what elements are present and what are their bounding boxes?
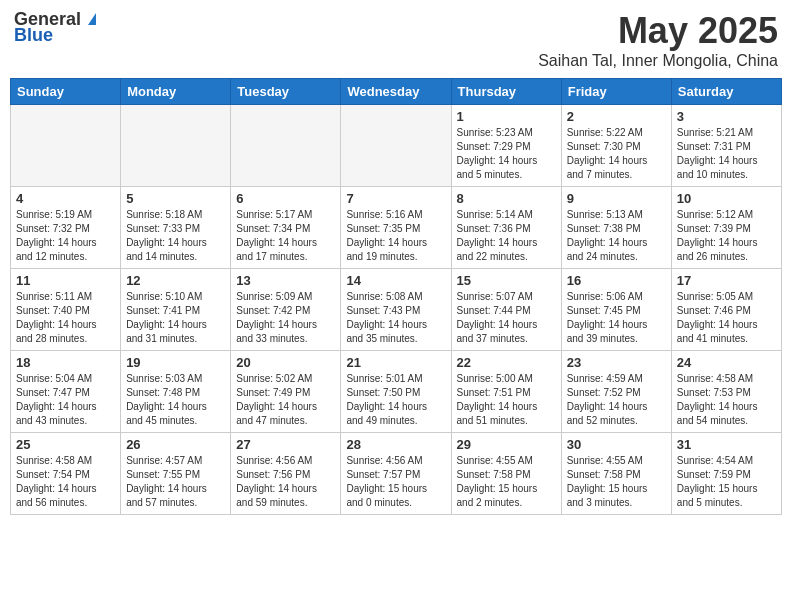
week-row-2: 11Sunrise: 5:11 AM Sunset: 7:40 PM Dayli… [11,269,782,351]
calendar-cell: 22Sunrise: 5:00 AM Sunset: 7:51 PM Dayli… [451,351,561,433]
calendar-cell: 27Sunrise: 4:56 AM Sunset: 7:56 PM Dayli… [231,433,341,515]
day-number: 26 [126,437,225,452]
calendar-cell [231,105,341,187]
day-info: Sunrise: 5:13 AM Sunset: 7:38 PM Dayligh… [567,208,666,264]
title-area: May 2025 Saihan Tal, Inner Mongolia, Chi… [538,10,778,70]
calendar-table: SundayMondayTuesdayWednesdayThursdayFrid… [10,78,782,515]
day-info: Sunrise: 5:19 AM Sunset: 7:32 PM Dayligh… [16,208,115,264]
day-number: 9 [567,191,666,206]
calendar-cell [341,105,451,187]
weekday-header-row: SundayMondayTuesdayWednesdayThursdayFrid… [11,79,782,105]
calendar-cell: 8Sunrise: 5:14 AM Sunset: 7:36 PM Daylig… [451,187,561,269]
day-number: 10 [677,191,776,206]
day-info: Sunrise: 5:00 AM Sunset: 7:51 PM Dayligh… [457,372,556,428]
calendar-cell: 28Sunrise: 4:56 AM Sunset: 7:57 PM Dayli… [341,433,451,515]
weekday-header-sunday: Sunday [11,79,121,105]
day-info: Sunrise: 5:03 AM Sunset: 7:48 PM Dayligh… [126,372,225,428]
calendar-cell: 26Sunrise: 4:57 AM Sunset: 7:55 PM Dayli… [121,433,231,515]
calendar-cell: 14Sunrise: 5:08 AM Sunset: 7:43 PM Dayli… [341,269,451,351]
calendar-cell [121,105,231,187]
calendar-cell: 5Sunrise: 5:18 AM Sunset: 7:33 PM Daylig… [121,187,231,269]
day-info: Sunrise: 4:56 AM Sunset: 7:57 PM Dayligh… [346,454,445,510]
day-number: 5 [126,191,225,206]
calendar-cell: 29Sunrise: 4:55 AM Sunset: 7:58 PM Dayli… [451,433,561,515]
day-info: Sunrise: 4:58 AM Sunset: 7:54 PM Dayligh… [16,454,115,510]
week-row-3: 18Sunrise: 5:04 AM Sunset: 7:47 PM Dayli… [11,351,782,433]
calendar-cell: 4Sunrise: 5:19 AM Sunset: 7:32 PM Daylig… [11,187,121,269]
weekday-header-monday: Monday [121,79,231,105]
day-number: 16 [567,273,666,288]
day-info: Sunrise: 5:18 AM Sunset: 7:33 PM Dayligh… [126,208,225,264]
day-number: 13 [236,273,335,288]
day-info: Sunrise: 4:57 AM Sunset: 7:55 PM Dayligh… [126,454,225,510]
day-number: 12 [126,273,225,288]
day-number: 25 [16,437,115,452]
day-info: Sunrise: 5:05 AM Sunset: 7:46 PM Dayligh… [677,290,776,346]
day-number: 7 [346,191,445,206]
month-title: May 2025 [538,10,778,52]
weekday-header-saturday: Saturday [671,79,781,105]
day-number: 20 [236,355,335,370]
calendar-cell: 3Sunrise: 5:21 AM Sunset: 7:31 PM Daylig… [671,105,781,187]
day-number: 28 [346,437,445,452]
day-number: 22 [457,355,556,370]
day-number: 30 [567,437,666,452]
day-number: 19 [126,355,225,370]
day-number: 3 [677,109,776,124]
day-number: 27 [236,437,335,452]
calendar-cell: 19Sunrise: 5:03 AM Sunset: 7:48 PM Dayli… [121,351,231,433]
calendar-cell: 21Sunrise: 5:01 AM Sunset: 7:50 PM Dayli… [341,351,451,433]
week-row-1: 4Sunrise: 5:19 AM Sunset: 7:32 PM Daylig… [11,187,782,269]
day-number: 31 [677,437,776,452]
day-info: Sunrise: 4:55 AM Sunset: 7:58 PM Dayligh… [457,454,556,510]
logo: General Blue [14,10,101,46]
calendar-cell [11,105,121,187]
day-info: Sunrise: 4:55 AM Sunset: 7:58 PM Dayligh… [567,454,666,510]
calendar-cell: 16Sunrise: 5:06 AM Sunset: 7:45 PM Dayli… [561,269,671,351]
weekday-header-wednesday: Wednesday [341,79,451,105]
calendar-cell: 9Sunrise: 5:13 AM Sunset: 7:38 PM Daylig… [561,187,671,269]
week-row-0: 1Sunrise: 5:23 AM Sunset: 7:29 PM Daylig… [11,105,782,187]
day-info: Sunrise: 5:07 AM Sunset: 7:44 PM Dayligh… [457,290,556,346]
day-number: 21 [346,355,445,370]
day-info: Sunrise: 5:16 AM Sunset: 7:35 PM Dayligh… [346,208,445,264]
logo-blue: Blue [14,26,53,46]
day-info: Sunrise: 5:23 AM Sunset: 7:29 PM Dayligh… [457,126,556,182]
weekday-header-thursday: Thursday [451,79,561,105]
calendar-cell: 17Sunrise: 5:05 AM Sunset: 7:46 PM Dayli… [671,269,781,351]
day-info: Sunrise: 5:17 AM Sunset: 7:34 PM Dayligh… [236,208,335,264]
day-info: Sunrise: 4:58 AM Sunset: 7:53 PM Dayligh… [677,372,776,428]
day-info: Sunrise: 4:59 AM Sunset: 7:52 PM Dayligh… [567,372,666,428]
calendar-cell: 15Sunrise: 5:07 AM Sunset: 7:44 PM Dayli… [451,269,561,351]
weekday-header-tuesday: Tuesday [231,79,341,105]
day-number: 18 [16,355,115,370]
day-number: 1 [457,109,556,124]
svg-marker-0 [88,13,96,25]
day-number: 2 [567,109,666,124]
day-info: Sunrise: 5:04 AM Sunset: 7:47 PM Dayligh… [16,372,115,428]
calendar-cell: 25Sunrise: 4:58 AM Sunset: 7:54 PM Dayli… [11,433,121,515]
day-number: 29 [457,437,556,452]
calendar-cell: 11Sunrise: 5:11 AM Sunset: 7:40 PM Dayli… [11,269,121,351]
day-number: 4 [16,191,115,206]
page-header: General Blue May 2025 Saihan Tal, Inner … [10,10,782,70]
day-info: Sunrise: 4:54 AM Sunset: 7:59 PM Dayligh… [677,454,776,510]
calendar-cell: 1Sunrise: 5:23 AM Sunset: 7:29 PM Daylig… [451,105,561,187]
logo-triangle-icon [83,9,101,27]
calendar-cell: 20Sunrise: 5:02 AM Sunset: 7:49 PM Dayli… [231,351,341,433]
day-number: 11 [16,273,115,288]
location-title: Saihan Tal, Inner Mongolia, China [538,52,778,70]
calendar-cell: 23Sunrise: 4:59 AM Sunset: 7:52 PM Dayli… [561,351,671,433]
calendar-cell: 30Sunrise: 4:55 AM Sunset: 7:58 PM Dayli… [561,433,671,515]
day-info: Sunrise: 5:11 AM Sunset: 7:40 PM Dayligh… [16,290,115,346]
day-number: 24 [677,355,776,370]
day-info: Sunrise: 5:09 AM Sunset: 7:42 PM Dayligh… [236,290,335,346]
day-info: Sunrise: 5:06 AM Sunset: 7:45 PM Dayligh… [567,290,666,346]
day-number: 8 [457,191,556,206]
calendar-cell: 2Sunrise: 5:22 AM Sunset: 7:30 PM Daylig… [561,105,671,187]
day-info: Sunrise: 5:10 AM Sunset: 7:41 PM Dayligh… [126,290,225,346]
day-info: Sunrise: 5:14 AM Sunset: 7:36 PM Dayligh… [457,208,556,264]
day-info: Sunrise: 5:08 AM Sunset: 7:43 PM Dayligh… [346,290,445,346]
day-info: Sunrise: 5:22 AM Sunset: 7:30 PM Dayligh… [567,126,666,182]
calendar-cell: 6Sunrise: 5:17 AM Sunset: 7:34 PM Daylig… [231,187,341,269]
